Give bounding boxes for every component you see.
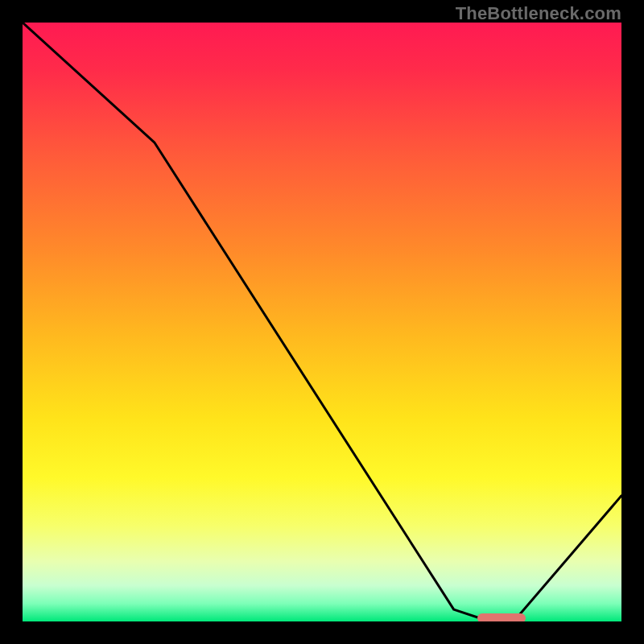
bottleneck-chart: TheBottleneck.com [0,0,644,644]
optimal-range-marker [477,613,526,621]
curve-layer [23,23,621,621]
bottleneck-curve [23,23,621,621]
plot-area [23,23,621,621]
attribution-label: TheBottleneck.com [456,3,621,24]
